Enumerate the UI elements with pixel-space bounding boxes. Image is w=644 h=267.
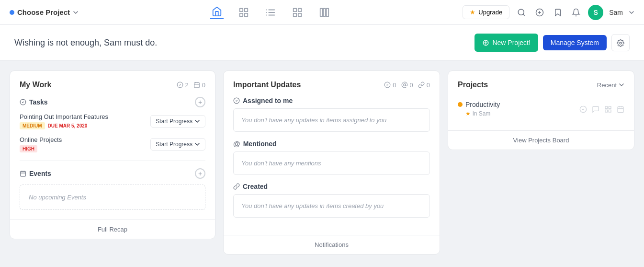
svg-rect-1 [245, 8, 248, 11]
project1-calendar-icon[interactable] [617, 104, 624, 113]
project1-check-icon[interactable] [579, 104, 587, 113]
recent-filter-button[interactable]: Recent [597, 81, 624, 89]
project1-name-row: Productivity [458, 101, 500, 108]
manage-system-button[interactable]: Manage System [543, 35, 607, 50]
created-title-label: Created [243, 183, 268, 190]
recent-chevron-down-icon [619, 82, 624, 88]
notifications-button[interactable] [570, 5, 582, 19]
task1-priority-tag: MEDIUM [20, 122, 45, 129]
section-divider [20, 160, 205, 161]
created-section-title: Created [233, 183, 430, 190]
avatar[interactable]: S [588, 5, 603, 20]
svg-rect-24 [194, 82, 200, 88]
project1-left: Productivity ★ in Sam [458, 101, 500, 117]
updates-body: Important Updates 0 0 0 [224, 71, 440, 235]
task1-name: Pointing Out Important Features [20, 113, 108, 120]
svg-rect-38 [609, 106, 611, 109]
my-work-title: My Work [20, 81, 51, 89]
events-calendar-icon [20, 170, 26, 177]
new-project-button[interactable]: ⊕ New Project! [475, 34, 538, 52]
tasks-title-label: Tasks [29, 98, 48, 106]
projects-header: Projects Recent [458, 81, 624, 89]
bookmark-button[interactable] [552, 5, 564, 19]
svg-rect-10 [294, 8, 296, 11]
plus-icon: ⊕ [482, 37, 489, 48]
at-icon [401, 81, 408, 88]
task1-start-progress-button[interactable]: Start Progress [150, 115, 205, 128]
important-updates-card: Important Updates 0 0 0 [223, 70, 440, 255]
my-work-header: My Work 2 0 [20, 81, 205, 89]
nav-grid-icon[interactable] [237, 6, 250, 19]
projects-card: Projects Recent Productivity ★ in Sam [448, 70, 634, 150]
updates-footer[interactable]: Notifications [224, 235, 440, 254]
svg-point-34 [403, 84, 406, 86]
settings-button[interactable] [611, 34, 630, 51]
projects-title: Projects [458, 81, 488, 89]
svg-rect-40 [609, 110, 611, 112]
search-button[interactable] [515, 5, 528, 19]
project1-comment-icon[interactable] [592, 104, 599, 113]
assigned-title-label: Assigned to me [243, 97, 293, 104]
upgrade-label: Upgrade [478, 9, 502, 16]
topnav-right: ★ Upgrade S Sam [463, 5, 634, 20]
table-row: Online Projects HIGH Start Progress [20, 136, 205, 152]
user-name-label[interactable]: Sam [609, 9, 623, 16]
page-actions: ⊕ New Project! Manage System [475, 34, 630, 52]
svg-rect-13 [298, 13, 301, 16]
my-work-badges: 2 0 [177, 81, 205, 89]
tasks-section-title: Tasks [20, 98, 48, 106]
events-badge-count: 0 [202, 81, 205, 89]
choose-project-label: Choose Project [17, 8, 70, 16]
created-empty-text: You don't have any updates in items crea… [241, 202, 384, 209]
chevron-down-small-icon [194, 118, 200, 124]
new-project-label: New Project! [492, 39, 530, 46]
events-section-title: Events [20, 170, 51, 177]
projects-body: Projects Recent Productivity ★ in Sam [448, 71, 634, 130]
created-section: Created You don't have any updates in it… [233, 183, 430, 218]
my-work-footer[interactable]: Full Recap [10, 220, 215, 239]
table-row: Pointing Out Important Features MEDIUM D… [20, 113, 205, 129]
project1-star-icon: ★ [465, 110, 471, 117]
nav-home-icon[interactable] [210, 6, 224, 19]
manage-system-label: Manage System [551, 39, 599, 46]
project1-actions [579, 104, 624, 113]
tasks-badge-count: 2 [185, 81, 189, 89]
my-work-card: My Work 2 0 Tasks + [10, 70, 215, 239]
tasks-badge: 2 [177, 81, 189, 89]
tasks-section-header: Tasks + [20, 97, 205, 107]
choose-project-btn[interactable]: Choose Project [10, 8, 79, 16]
mentioned-section: @ Mentioned You don't have any mentions [233, 139, 430, 175]
created-link-icon [233, 183, 240, 190]
projects-footer[interactable]: View Projects Board [448, 130, 634, 150]
svg-point-17 [518, 10, 524, 15]
add-event-button[interactable]: + [195, 168, 205, 179]
add-button[interactable] [533, 5, 546, 19]
mentioned-empty-state: You don't have any mentions [233, 151, 430, 175]
project-dot-indicator [10, 10, 14, 15]
assigned-section: Assigned to me You don't have any update… [233, 97, 430, 132]
svg-rect-12 [294, 13, 296, 16]
events-empty-state: No upcoming Events [20, 185, 205, 210]
events-section-header: Events + [20, 168, 205, 179]
svg-rect-11 [298, 8, 301, 11]
task2-start-progress-button[interactable]: Start Progress [150, 138, 205, 151]
updates-at-badge: 0 [401, 81, 413, 89]
nav-dashboard-icon[interactable] [291, 6, 304, 19]
task2-priority-tag: HIGH [20, 145, 37, 152]
assigned-empty-state: You don't have any updates in items assi… [233, 108, 430, 132]
svg-rect-14 [320, 8, 323, 16]
page-title: Wishing is not enough, Sam must do. [14, 38, 157, 48]
add-task-button[interactable]: + [195, 97, 205, 107]
nav-columns-icon[interactable] [317, 6, 331, 19]
calendar-icon [193, 81, 200, 88]
assigned-empty-text: You don't have any updates in items assi… [241, 116, 386, 124]
nav-list-icon[interactable] [264, 6, 277, 19]
projects-footer-label: View Projects Board [513, 137, 569, 144]
task1-info: Pointing Out Important Features MEDIUM D… [20, 113, 108, 129]
project1-grid-icon[interactable] [604, 104, 612, 113]
svg-rect-3 [245, 13, 248, 16]
project1-meta-text: in Sam [473, 110, 490, 117]
upgrade-button[interactable]: ★ Upgrade [463, 5, 509, 19]
svg-rect-16 [327, 8, 329, 16]
svg-rect-41 [618, 107, 623, 113]
